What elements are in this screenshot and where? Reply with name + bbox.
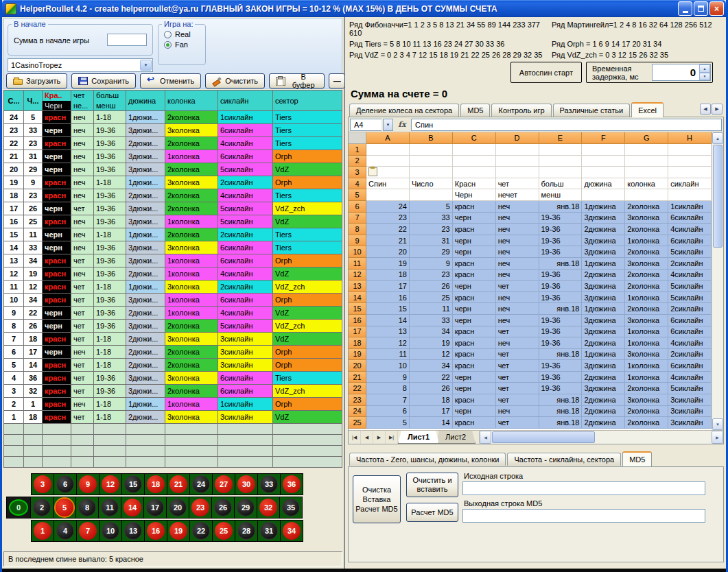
row-header-16[interactable]: 16 [349, 315, 366, 326]
sheet-tab-лист2[interactable]: Лист2 [436, 431, 475, 444]
cell-B21[interactable]: 22 [410, 372, 453, 383]
spinner-down-button[interactable]: ▼ [699, 73, 710, 81]
calc-md5-button[interactable]: Расчет MD5 [406, 503, 458, 522]
namebox-dropdown-icon[interactable]: ▼ [383, 119, 393, 131]
scroll-left-icon[interactable]: ◀ [480, 431, 491, 444]
chevron-down-icon[interactable]: ▼ [140, 60, 152, 71]
row-header-2[interactable]: 2 [349, 156, 366, 167]
column-header-E[interactable]: E [539, 132, 583, 144]
cell-F13[interactable]: 3дюжина [582, 281, 625, 292]
cell-A4[interactable]: Спин [366, 178, 410, 190]
column-header-F[interactable]: F [582, 132, 625, 144]
cell-A12[interactable]: 18 [366, 270, 410, 281]
board-cell-27[interactable]: 27 [212, 473, 235, 495]
cell-name-box[interactable]: A4 [350, 119, 381, 131]
board-cell-35[interactable]: 35 [279, 497, 303, 519]
cell-A18[interactable]: 12 [366, 337, 410, 349]
cell-H2[interactable] [668, 156, 712, 167]
cell-B2[interactable] [410, 156, 453, 167]
close-button[interactable]: × [709, 1, 724, 16]
cell-F17[interactable]: 3дюжина [582, 326, 625, 338]
clear-and-paste-button[interactable]: Очистить и вставить [406, 473, 458, 497]
cell-F19[interactable]: 1дюжина [582, 349, 625, 361]
cell-A9[interactable]: 21 [366, 235, 410, 247]
collapse-button[interactable]: — [329, 73, 345, 88]
cell-B20[interactable]: 34 [410, 360, 453, 372]
board-cell-18[interactable]: 18 [144, 473, 167, 495]
cell-E12[interactable]: 19-36 [539, 270, 583, 281]
cell-B4[interactable]: Число [410, 178, 453, 190]
board-cell-10[interactable]: 10 [99, 520, 122, 542]
cell-A13[interactable]: 17 [366, 281, 410, 292]
tab-частота-zero-шансы-дюжины-колонки[interactable]: Частота - Zero, шансы, дюжины, колонки [349, 453, 506, 466]
cell-E7[interactable]: 19-36 [539, 213, 583, 224]
cell-C5[interactable]: Черн [453, 189, 496, 201]
cell-C10[interactable]: черн [453, 246, 496, 258]
cell-D16[interactable]: неч [496, 315, 539, 326]
cell-C11[interactable]: красн [453, 258, 496, 270]
cell-H7[interactable]: 6сиклайн [668, 213, 712, 224]
cell-E1[interactable] [539, 144, 583, 156]
board-cell-11[interactable]: 11 [98, 497, 121, 519]
autospin-start-button[interactable]: Автоспин старт [510, 62, 582, 83]
copy-to-buffer-button[interactable]: В буфер [269, 73, 325, 88]
cell-B9[interactable]: 31 [410, 235, 453, 247]
cell-D17[interactable]: чет [496, 326, 539, 338]
cell-A15[interactable]: 15 [366, 303, 410, 315]
cell-E10[interactable]: 19-36 [539, 246, 583, 258]
excel-vertical-scrollbar[interactable]: ▲ ▼ [712, 132, 723, 430]
tab-контроль-игр[interactable]: Контроль игр [491, 104, 551, 117]
radio-real[interactable]: Real [164, 30, 205, 38]
cell-H11[interactable]: 2сиклайн [668, 258, 712, 270]
cell-E19[interactable]: янв.18 [539, 349, 583, 361]
sheet-prev-icon[interactable]: ◀ [361, 431, 373, 444]
cell-A19[interactable]: 11 [366, 349, 410, 361]
board-cell-28[interactable]: 28 [235, 520, 258, 542]
tab-частота-сиклайны-сектора[interactable]: Частота - сиклайны, сектора [507, 453, 621, 466]
cell-H16[interactable]: 6сиклайн [668, 315, 712, 326]
row-header-4[interactable]: 4 [349, 178, 366, 190]
cell-H23[interactable]: 3сиклайн [668, 394, 712, 406]
cell-F25[interactable]: 2дюжина [582, 417, 625, 429]
tab-excel[interactable]: Excel [631, 102, 664, 117]
cell-B17[interactable]: 34 [410, 326, 453, 338]
row-header-6[interactable]: 6 [349, 201, 366, 213]
cell-D25[interactable]: чет [496, 417, 539, 429]
board-cell-36[interactable]: 36 [280, 473, 303, 495]
cell-A5[interactable] [366, 189, 410, 201]
cell-G4[interactable]: колонка [625, 178, 668, 190]
cell-C1[interactable] [453, 144, 496, 156]
cell-D5[interactable]: нечет [496, 189, 539, 201]
clear-button[interactable]: Очистить [205, 73, 265, 88]
cell-D22[interactable]: чет [496, 383, 539, 394]
cell-H6[interactable]: 1сиклайн [668, 201, 712, 213]
cell-H4[interactable]: сиклайн [668, 178, 712, 190]
cell-F1[interactable] [582, 144, 625, 156]
cell-D10[interactable]: неч [496, 246, 539, 258]
row-header-18[interactable]: 18 [349, 337, 366, 349]
cell-F7[interactable]: 3дюжина [582, 213, 625, 224]
source-string-input[interactable] [462, 481, 705, 495]
cell-G9[interactable]: 1колонка [625, 235, 668, 247]
row-header-9[interactable]: 9 [349, 235, 366, 247]
cell-G8[interactable]: 2колонка [625, 224, 668, 235]
cell-B19[interactable]: 12 [410, 349, 453, 361]
board-cell-24[interactable]: 24 [189, 473, 213, 495]
board-cell-20[interactable]: 20 [166, 497, 189, 519]
row-header-17[interactable]: 17 [349, 326, 366, 338]
row-header-22[interactable]: 22 [349, 383, 366, 394]
row-header-21[interactable]: 21 [349, 372, 366, 383]
cell-D11[interactable]: неч [496, 258, 539, 270]
cell-D4[interactable]: чет [496, 178, 539, 190]
cell-B11[interactable]: 9 [410, 258, 453, 270]
board-cell-16[interactable]: 16 [144, 520, 167, 542]
select-all-corner[interactable] [349, 132, 366, 144]
maximize-button[interactable] [694, 1, 708, 16]
cell-B25[interactable]: 14 [410, 417, 453, 429]
cell-F10[interactable]: 3дюжина [582, 246, 625, 258]
board-cell-26[interactable]: 26 [211, 497, 235, 519]
cell-E21[interactable]: 19-36 [539, 372, 583, 383]
cell-G25[interactable]: 2колонка [625, 417, 668, 429]
delay-value[interactable]: 0 [653, 64, 699, 80]
radio-fan[interactable]: Fan [164, 40, 205, 49]
